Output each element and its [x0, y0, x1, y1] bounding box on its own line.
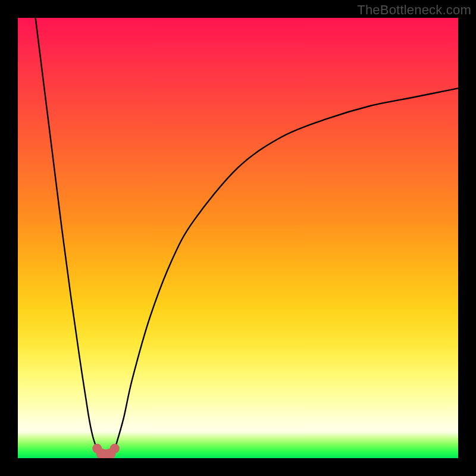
trough-markers: [92, 444, 120, 458]
curve-layer: [18, 18, 458, 458]
trough-marker: [110, 444, 120, 453]
plot-area: [18, 18, 458, 458]
watermark-text: TheBottleneck.com: [357, 2, 471, 18]
chart-frame: TheBottleneck.com: [0, 0, 476, 476]
curve-left-branch: [36, 18, 98, 449]
curve-right-branch: [115, 88, 458, 449]
